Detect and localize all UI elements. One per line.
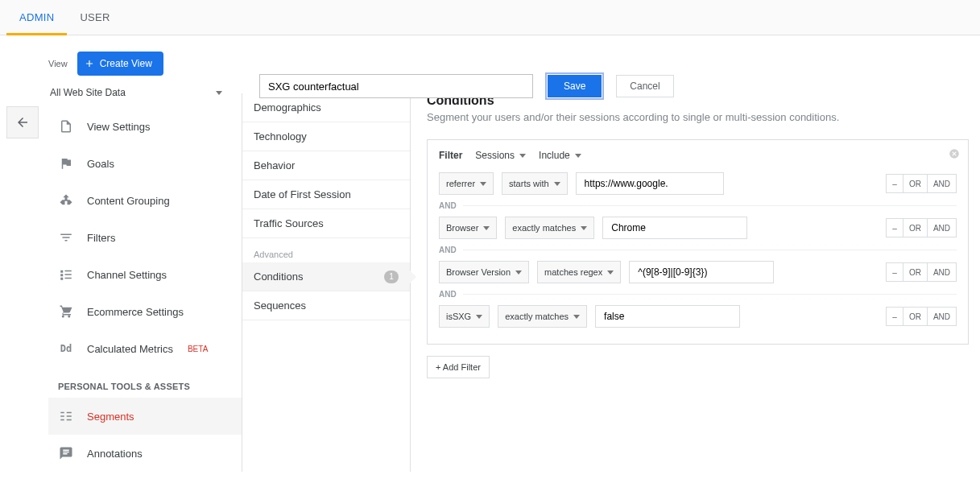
segment-cat-technology[interactable]: Technology: [242, 122, 410, 151]
condition-row: Browser Version matches regex – OR AND: [439, 261, 957, 283]
caret-down-icon: [483, 226, 490, 230]
remove-condition-button[interactable]: –: [886, 307, 904, 326]
sidebar-item-label: View Settings: [87, 121, 151, 133]
segment-cat-conditions[interactable]: Conditions 1: [242, 262, 410, 291]
caret-down-icon: [554, 182, 560, 186]
branch-icon: [58, 192, 74, 209]
save-button[interactable]: Save: [548, 75, 602, 97]
tab-user[interactable]: USER: [67, 0, 122, 35]
segment-cat-label: Date of First Session: [254, 180, 351, 209]
filter-scope-dropdown[interactable]: Sessions: [475, 150, 526, 161]
sidebar-item-segments[interactable]: Segments: [48, 398, 242, 435]
operator-dropdown[interactable]: starts with: [502, 172, 568, 195]
dimension-dropdown[interactable]: Browser Version: [439, 261, 529, 283]
caret-down-icon: [575, 154, 581, 158]
sidebar-item-calculated-metrics[interactable]: Dd Calculated Metrics BETA: [48, 330, 242, 367]
operator-label: exactly matches: [512, 223, 576, 233]
sidebar-item-content-grouping[interactable]: Content Grouping: [48, 182, 242, 219]
beta-badge: BETA: [188, 345, 208, 353]
segment-cat-behavior[interactable]: Behavior: [242, 151, 410, 180]
dimension-dropdown[interactable]: isSXG: [439, 305, 490, 328]
condition-row: referrer starts with – OR AND: [439, 172, 957, 195]
segment-name-input[interactable]: [259, 74, 533, 98]
operator-dropdown[interactable]: matches regex: [537, 261, 621, 283]
condition-row: Browser exactly matches – OR AND: [439, 217, 957, 239]
caret-down-icon: [573, 315, 580, 319]
caret-down-icon: [476, 315, 482, 319]
arrow-left-icon: [15, 115, 30, 130]
create-view-label: Create View: [100, 58, 152, 69]
condition-value-input[interactable]: [629, 261, 774, 283]
remove-filter-icon[interactable]: [949, 148, 960, 159]
remove-condition-button[interactable]: –: [886, 218, 904, 237]
segment-cat-label: Traffic Sources: [254, 209, 324, 238]
segment-cat-first-session[interactable]: Date of First Session: [242, 180, 410, 209]
operator-dropdown[interactable]: exactly matches: [505, 217, 594, 239]
dimension-label: Browser Version: [446, 267, 511, 277]
sidebar-item-filters[interactable]: Filters: [48, 219, 242, 256]
caret-down-icon: [607, 270, 614, 275]
cart-icon: [58, 304, 74, 320]
caret-down-icon: [480, 182, 486, 186]
sidebar-item-label: Channel Settings: [87, 269, 167, 281]
dimension-label: referrer: [446, 179, 475, 188]
and-button[interactable]: AND: [928, 262, 957, 282]
and-button[interactable]: AND: [928, 307, 957, 326]
and-label: AND: [439, 290, 463, 299]
filter-scope-label: Sessions: [475, 150, 515, 161]
sidebar-item-label: Segments: [87, 411, 134, 423]
back-button[interactable]: [6, 106, 39, 138]
segment-cat-label: Conditions: [254, 262, 303, 291]
filter-mode-label: Include: [539, 150, 570, 161]
condition-value-input[interactable]: [576, 172, 724, 195]
sidebar-item-annotations[interactable]: Annotations: [48, 435, 242, 472]
or-button[interactable]: OR: [904, 262, 928, 282]
filter-mode-dropdown[interactable]: Include: [539, 150, 581, 161]
condition-value-input[interactable]: [595, 305, 740, 328]
filter-label: Filter: [439, 150, 462, 161]
tab-admin[interactable]: ADMIN: [6, 0, 67, 35]
create-view-button[interactable]: Create View: [77, 52, 163, 76]
sidebar-item-goals[interactable]: Goals: [48, 145, 242, 182]
sidebar-item-label: Filters: [87, 232, 115, 244]
chat-icon: [58, 445, 74, 461]
or-button[interactable]: OR: [904, 218, 928, 237]
flag-icon: [58, 155, 74, 171]
view-selector-label: All Web Site Data: [50, 87, 126, 98]
view-label: View: [48, 59, 68, 68]
plus-icon: [84, 58, 95, 69]
caret-down-icon: [216, 91, 222, 95]
segment-cat-traffic-sources[interactable]: Traffic Sources: [242, 209, 410, 238]
funnel-icon: [58, 229, 74, 246]
or-button[interactable]: OR: [904, 307, 928, 326]
view-selector[interactable]: All Web Site Data: [48, 82, 225, 108]
sidebar-item-view-settings[interactable]: View Settings: [48, 108, 242, 145]
and-button[interactable]: AND: [928, 174, 957, 193]
sidebar-item-label: Goals: [87, 158, 114, 170]
filter-group: Filter Sessions Include referrer starts …: [427, 139, 969, 345]
dimension-dropdown[interactable]: Browser: [439, 217, 497, 239]
sidebar-item-label: Annotations: [87, 448, 143, 460]
channel-icon: [58, 266, 74, 283]
dimension-label: isSXG: [446, 312, 471, 321]
remove-condition-button[interactable]: –: [886, 174, 904, 193]
and-button[interactable]: AND: [928, 218, 957, 237]
dimension-dropdown[interactable]: referrer: [439, 172, 494, 195]
segment-cat-label: Technology: [254, 122, 307, 151]
and-separator: AND: [439, 246, 957, 254]
caret-down-icon: [581, 226, 587, 230]
operator-label: matches regex: [544, 267, 602, 277]
operator-dropdown[interactable]: exactly matches: [498, 305, 587, 328]
advanced-section-label: Advanced: [242, 238, 410, 262]
sidebar-item-channel-settings[interactable]: Channel Settings: [48, 256, 242, 293]
caret-down-icon: [515, 270, 522, 275]
sidebar-section-title: PERSONAL TOOLS & ASSETS: [48, 367, 242, 398]
add-filter-button[interactable]: + Add Filter: [427, 356, 490, 378]
remove-condition-button[interactable]: –: [886, 262, 904, 282]
sidebar-item-ecommerce-settings[interactable]: Ecommerce Settings: [48, 293, 242, 330]
or-button[interactable]: OR: [904, 174, 928, 193]
cancel-button[interactable]: Cancel: [616, 75, 673, 97]
segment-cat-sequences[interactable]: Sequences: [242, 291, 410, 320]
segments-icon: [58, 408, 74, 424]
condition-value-input[interactable]: [602, 217, 747, 239]
